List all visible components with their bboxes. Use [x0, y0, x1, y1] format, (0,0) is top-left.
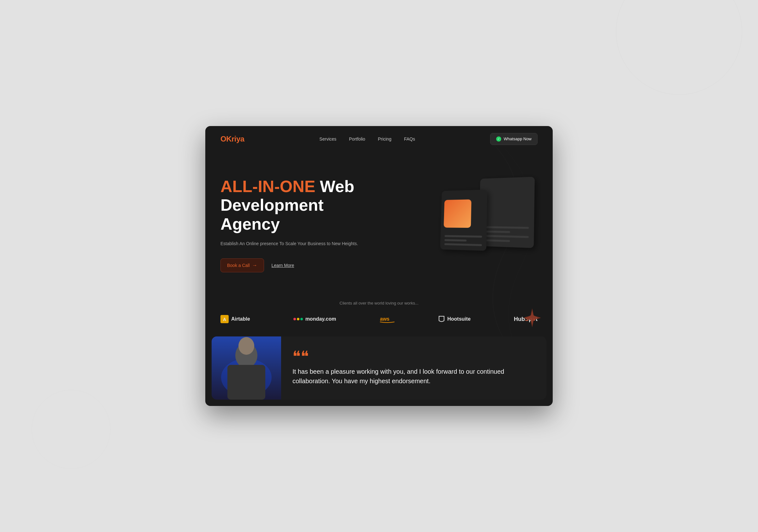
- browser-window: OKriya Services Portfolio Pricing FAQs ✓…: [205, 126, 553, 406]
- clients-label: Clients all over the world loving our wo…: [221, 301, 537, 305]
- card-line-7: [444, 243, 482, 246]
- nav-portfolio[interactable]: Portfolio: [349, 136, 365, 142]
- nav-pricing[interactable]: Pricing: [378, 136, 391, 142]
- testimonial-text-wrap: ❝❝ It has been a pleasure working with y…: [281, 337, 546, 400]
- star-decoration: [521, 307, 543, 330]
- card-line-6: [444, 239, 466, 242]
- hero-illustration: [430, 171, 537, 266]
- hero-section: ALL-IN-ONE WebDevelopment Agency Establi…: [205, 152, 553, 292]
- learn-more-button[interactable]: Learn More: [272, 263, 294, 268]
- whatsapp-label: Whatsapp Now: [504, 136, 532, 141]
- airtable-logo: A Airtable: [221, 315, 250, 323]
- navbar: OKriya Services Portfolio Pricing FAQs ✓…: [205, 126, 553, 152]
- hero-content: ALL-IN-ONE WebDevelopment Agency Establi…: [221, 171, 385, 273]
- card-orange-block: [444, 199, 471, 228]
- card-line-3: [483, 235, 529, 238]
- clients-logos: A Airtable monday.com aws: [221, 314, 537, 324]
- card-line-4: [483, 239, 510, 242]
- aws-icon-wrap: aws: [379, 314, 395, 324]
- nav-faqs[interactable]: FAQs: [404, 136, 415, 142]
- hero-title: ALL-IN-ONE WebDevelopment Agency: [221, 177, 385, 234]
- aws-logo: aws: [379, 314, 395, 324]
- card-line-5: [445, 235, 482, 237]
- hootsuite-icon: [438, 316, 445, 323]
- testimonial-section: ❝❝ It has been a pleasure working with y…: [205, 337, 553, 406]
- testimonial-card: ❝❝ It has been a pleasure working with y…: [212, 337, 546, 400]
- book-call-label: Book a Call: [227, 263, 250, 268]
- nav-services[interactable]: Services: [319, 136, 336, 142]
- hero-buttons: Book a Call → Learn More: [221, 259, 385, 272]
- hootsuite-text: Hootsuite: [447, 316, 470, 322]
- svg-text:aws: aws: [380, 316, 390, 322]
- card-front: [440, 190, 487, 251]
- person-silhouette: [212, 337, 281, 400]
- hero-subtitle: Establish An Online presence To Scale Yo…: [221, 240, 385, 247]
- monday-dot-green: [300, 318, 303, 320]
- logo-text: OKriya: [221, 135, 244, 143]
- nav-links: Services Portfolio Pricing FAQs: [319, 136, 415, 142]
- airtable-text: Airtable: [231, 316, 250, 322]
- hootsuite-logo: Hootsuite: [438, 316, 470, 323]
- svg-rect-6: [227, 365, 265, 400]
- book-call-button[interactable]: Book a Call →: [221, 259, 264, 272]
- testimonial-text: It has been a pleasure working with you,…: [293, 367, 535, 386]
- card-line-2: [483, 230, 510, 233]
- monday-dot-red: [293, 318, 296, 320]
- logo[interactable]: OKriya: [221, 135, 244, 143]
- clients-section: Clients all over the world loving our wo…: [205, 291, 553, 337]
- monday-text: monday.com: [305, 316, 336, 322]
- arrow-icon: →: [252, 263, 258, 268]
- monday-logo: monday.com: [293, 316, 336, 322]
- airtable-icon: A: [221, 315, 229, 323]
- quote-mark: ❝❝: [293, 351, 535, 363]
- testimonial-image: [212, 337, 281, 400]
- svg-text:A: A: [223, 317, 226, 322]
- monday-dot-yellow: [297, 318, 299, 320]
- card-line-1: [484, 226, 529, 229]
- hero-title-orange: ALL-IN-ONE: [221, 177, 315, 195]
- monday-dots: [293, 318, 303, 320]
- whatsapp-button[interactable]: ✓ Whatsapp Now: [490, 133, 537, 145]
- whatsapp-icon: ✓: [496, 136, 501, 142]
- svg-point-5: [238, 337, 254, 355]
